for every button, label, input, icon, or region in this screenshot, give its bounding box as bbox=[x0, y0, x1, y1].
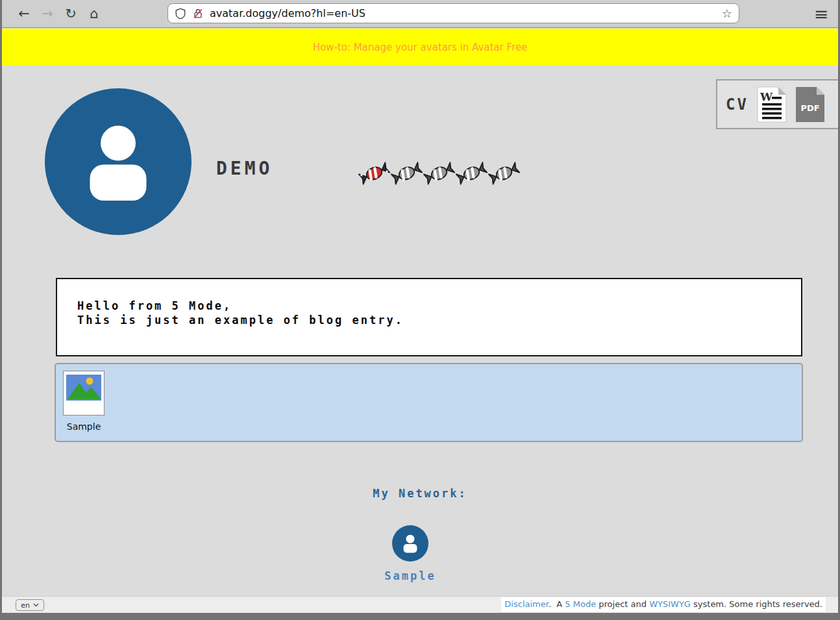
pdf-label: PDF bbox=[800, 103, 819, 113]
disclaimer-link[interactable]: Disclaimer bbox=[504, 599, 549, 609]
back-icon[interactable]: ← bbox=[14, 4, 34, 23]
forward-icon[interactable]: → bbox=[38, 4, 57, 23]
insecure-lock-icon[interactable] bbox=[192, 8, 204, 19]
gallery-thumbnail[interactable] bbox=[63, 371, 105, 415]
blog-line-1: Hello from 5 Mode, bbox=[77, 299, 801, 313]
browser-toolbar: ← → ↻ ⌂ avatar.doggy/demo?hl=en-US ☆ ≡ bbox=[0, 0, 840, 28]
chevron-down-icon bbox=[33, 603, 39, 607]
candy-icon bbox=[358, 154, 390, 193]
window-border-left bbox=[0, 0, 2, 620]
promo-banner[interactable]: How-to: Manage your avatars in Avatar Fr… bbox=[2, 29, 838, 66]
profile-avatar bbox=[45, 88, 191, 235]
browser-window: ← → ↻ ⌂ avatar.doggy/demo?hl=en-US ☆ ≡ H… bbox=[0, 0, 840, 620]
home-icon[interactable]: ⌂ bbox=[84, 4, 104, 23]
cv-downloads-box: CV W PDF bbox=[716, 79, 840, 129]
bookmark-star-icon[interactable]: ☆ bbox=[722, 6, 732, 20]
wysiwyg-link[interactable]: WYSIWYG bbox=[649, 599, 691, 609]
gallery-box: Sample bbox=[55, 363, 803, 442]
url-text[interactable]: avatar.doggy/demo?hl=en-US bbox=[210, 7, 722, 19]
footer-text-segment: project and bbox=[596, 599, 649, 609]
word-letter: W bbox=[760, 90, 773, 103]
refresh-icon[interactable]: ↻ bbox=[61, 4, 80, 23]
network-heading: My Network: bbox=[0, 487, 840, 500]
language-value: en bbox=[21, 601, 30, 610]
footer-text-segment: . A bbox=[549, 599, 565, 609]
network-member-name[interactable]: Sample bbox=[345, 569, 475, 582]
network-member-avatar[interactable] bbox=[392, 525, 428, 562]
footer-credits: Disclaimer. A 5 Mode project and WYSIWYG… bbox=[501, 597, 826, 612]
candy-icon bbox=[423, 154, 455, 193]
window-border-bottom bbox=[0, 613, 840, 620]
promo-banner-text[interactable]: How-to: Manage your avatars in Avatar Fr… bbox=[313, 42, 528, 53]
candy-icon bbox=[456, 154, 488, 193]
url-bar[interactable]: avatar.doggy/demo?hl=en-US ☆ bbox=[167, 3, 739, 23]
word-doc-icon[interactable]: W bbox=[757, 86, 787, 123]
profile-name: DEMO bbox=[216, 158, 273, 179]
candy-rating bbox=[358, 154, 520, 193]
language-selector[interactable]: en bbox=[16, 599, 44, 611]
five-mode-link[interactable]: 5 Mode bbox=[565, 599, 596, 609]
blog-entry-box: Hello from 5 Mode, This is just an examp… bbox=[56, 278, 802, 356]
footer-text-segment: system. Some rights reserved. bbox=[691, 599, 822, 609]
candy-icon bbox=[391, 154, 423, 193]
candy-icon bbox=[488, 154, 520, 193]
person-icon bbox=[399, 532, 422, 555]
pdf-doc-icon[interactable]: PDF bbox=[795, 86, 825, 123]
menu-icon[interactable]: ≡ bbox=[810, 3, 832, 25]
person-icon bbox=[69, 113, 167, 210]
shield-icon[interactable] bbox=[175, 8, 186, 19]
blog-line-2: This is just an example of blog entry. bbox=[77, 313, 801, 327]
cv-label: CV bbox=[726, 95, 748, 114]
image-placeholder-icon bbox=[66, 375, 101, 401]
page-footer: en Disclaimer. A 5 Mode project and WYSI… bbox=[2, 596, 838, 613]
gallery-item-label[interactable]: Sample bbox=[58, 421, 110, 432]
